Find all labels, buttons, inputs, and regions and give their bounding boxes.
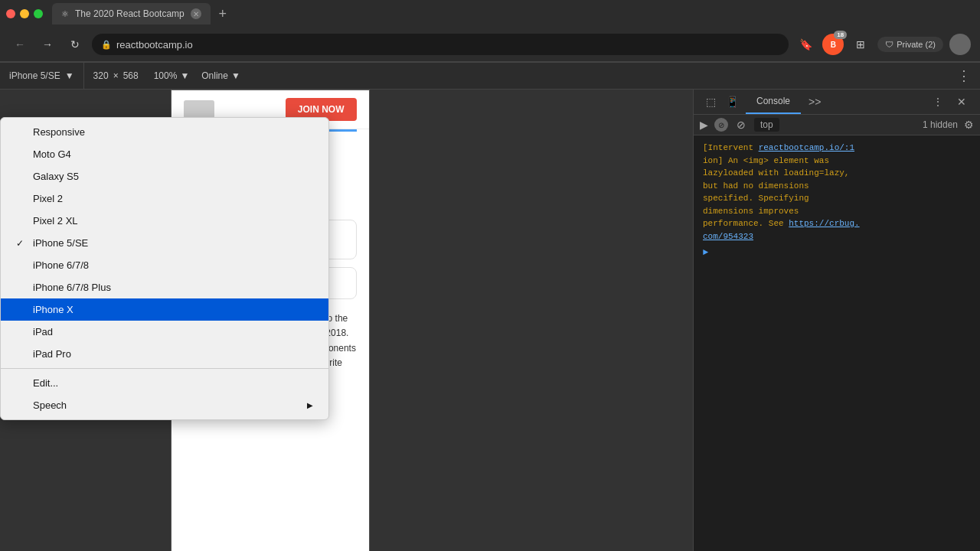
dropdown-label-iphone-5se: iPhone 5/SE (33, 237, 88, 249)
devtools-panel: ⬚ 📱 Console >> ⋮ ✕ ▶ ⊘ ⊘ top 1 hidden ⚙ … (693, 90, 980, 551)
console-hidden-count: 1 hidden (923, 119, 958, 130)
zoom-value: 100% (154, 70, 178, 81)
toolbar-more-button[interactable]: ⋮ (948, 67, 980, 84)
online-chevron: ▼ (231, 70, 240, 81)
dropdown-label-responsive: Responsive (33, 126, 85, 138)
maximize-window-button[interactable] (34, 9, 43, 18)
dropdown-item-galaxy-s5[interactable]: Galaxy S5 (1, 165, 328, 187)
preview-area: JOIN NOW ct Hooks The best way to build … (0, 90, 693, 551)
console-message-1: [Intervent reactbootcamp.io/:1 ion] An <… (703, 142, 971, 243)
dropdown-label-pixel-2-xl: Pixel 2 XL (33, 215, 78, 227)
traffic-lights (6, 9, 43, 18)
minimize-window-button[interactable] (20, 9, 29, 18)
dropdown-divider (1, 368, 328, 369)
device-name: iPhone 5/SE (9, 70, 60, 81)
zoom-chevron: ▼ (180, 70, 189, 81)
devtools-toolbar: iPhone 5/SE ▼ 320 × 568 100% ▼ Online ▼ … (0, 62, 980, 90)
dropdown-item-pixel-2-xl[interactable]: Pixel 2 XL (1, 210, 328, 232)
lock-icon: 🔒 (101, 40, 112, 50)
nav-right-actions: 🔖 B 18 ⊞ 🛡 Private (2) (795, 34, 971, 55)
console-context-selector[interactable]: top (754, 118, 779, 132)
width-value[interactable]: 320 (93, 70, 109, 81)
brave-icon[interactable]: B 18 (822, 34, 844, 55)
dropdown-label-moto-g4: Moto G4 (33, 148, 71, 160)
console-filter-button[interactable]: ⊘ (734, 118, 748, 132)
bookmark-button[interactable]: 🔖 (795, 34, 816, 55)
console-clear-button[interactable]: ⊘ (714, 118, 728, 132)
dropdown-label-speech: Speech (33, 399, 67, 411)
close-window-button[interactable] (6, 9, 15, 18)
inspect-element-button[interactable]: ⬚ (700, 91, 721, 112)
back-button[interactable]: ← (9, 34, 31, 55)
devtools-tabs: ⬚ 📱 Console >> ⋮ ✕ (694, 90, 980, 115)
dropdown-item-iphone-678[interactable]: iPhone 6/7/8 (1, 254, 328, 276)
new-tab-button[interactable]: + (214, 5, 232, 23)
online-value: Online (201, 70, 228, 81)
device-dropdown-menu: Responsive Moto G4 Galaxy S5 Pixel 2 Pix… (0, 117, 329, 420)
tab-close-button[interactable]: ✕ (191, 8, 201, 19)
extensions-button[interactable]: ⊞ (850, 34, 871, 55)
dropdown-item-edit[interactable]: Edit... (1, 372, 328, 394)
console-tab[interactable]: Console (746, 90, 801, 114)
forward-button[interactable]: → (37, 34, 58, 55)
device-selector-chevron: ▼ (65, 70, 74, 81)
dimension-display: 320 × 568 (84, 70, 148, 81)
dropdown-item-responsive[interactable]: Responsive (1, 121, 328, 143)
dropdown-label-edit: Edit... (33, 377, 58, 389)
dropdown-label-iphone-678-plus: iPhone 6/7/8 Plus (33, 282, 111, 293)
dropdown-item-iphone-5se[interactable]: ✓ iPhone 5/SE (1, 232, 328, 254)
dropdown-label-ipad-pro: iPad Pro (33, 348, 71, 360)
site-logo-placeholder (184, 100, 214, 119)
console-content: [Intervent reactbootcamp.io/:1 ion] An <… (694, 135, 980, 551)
dropdown-item-speech[interactable]: Speech ▶ (1, 394, 328, 416)
console-settings-button[interactable]: ⚙ (964, 119, 974, 131)
dropdown-item-iphone-x[interactable]: iPhone X (1, 298, 328, 321)
shield-icon: 🛡 (885, 40, 893, 49)
dropdown-label-galaxy-s5: Galaxy S5 (33, 171, 79, 182)
tab-bar: ⚛ The 2020 React Bootcamp ✕ + (0, 0, 980, 28)
device-selector[interactable]: iPhone 5/SE ▼ (0, 63, 84, 89)
speech-submenu-arrow: ▶ (307, 401, 313, 409)
device-mode-button[interactable]: 📱 (721, 91, 743, 112)
devtools-options-button[interactable]: ⋮ (926, 90, 949, 114)
height-value[interactable]: 568 (123, 70, 139, 81)
address-text: reactbootcamp.io (116, 39, 193, 51)
online-selector[interactable]: Online ▼ (195, 70, 247, 81)
console-sub-toolbar: ▶ ⊘ ⊘ top 1 hidden ⚙ (694, 115, 980, 135)
profile-icon[interactable] (949, 34, 971, 55)
main-area: JOIN NOW ct Hooks The best way to build … (0, 90, 980, 551)
dropdown-item-ipad-pro[interactable]: iPad Pro (1, 343, 328, 365)
console-chevron[interactable]: ► (703, 247, 971, 258)
dropdown-item-pixel-2[interactable]: Pixel 2 (1, 187, 328, 210)
dropdown-item-moto-g4[interactable]: Moto G4 (1, 143, 328, 165)
browser-tab[interactable]: ⚛ The 2020 React Bootcamp ✕ (52, 3, 211, 24)
checkmark-iphone-5se: ✓ (16, 238, 27, 249)
browser-chrome: ⚛ The 2020 React Bootcamp ✕ + ← → ↻ 🔒 re… (0, 0, 980, 62)
play-icon: ▶ (700, 119, 708, 131)
private-mode-button[interactable]: 🛡 Private (2) (877, 37, 943, 52)
intervent-text: [Intervent reactbootcamp.io/:1 ion] An <… (703, 143, 860, 241)
dimension-separator: × (113, 70, 119, 81)
dropdown-label-iphone-678: iPhone 6/7/8 (33, 259, 89, 271)
console-link-1[interactable]: reactbootcamp.io/:1 (759, 143, 854, 152)
devtools-tab-more[interactable]: >> (801, 90, 828, 114)
dropdown-label-ipad: iPad (33, 326, 53, 337)
dropdown-item-ipad[interactable]: iPad (1, 321, 328, 343)
private-label: Private (2) (897, 40, 936, 49)
tab-title: The 2020 React Bootcamp (75, 8, 185, 19)
nav-bar: ← → ↻ 🔒 reactbootcamp.io 🔖 B 18 ⊞ 🛡 Priv… (0, 28, 980, 61)
devtools-close-button[interactable]: ✕ (949, 90, 974, 114)
console-link-2[interactable]: https://crbug.com/954323 (703, 219, 860, 241)
dropdown-label-pixel-2: Pixel 2 (33, 193, 63, 204)
dropdown-item-iphone-678-plus[interactable]: iPhone 6/7/8 Plus (1, 276, 328, 298)
brave-badge: 18 (834, 31, 847, 39)
reload-button[interactable]: ↻ (64, 34, 86, 55)
tab-favicon: ⚛ (61, 9, 69, 19)
address-bar[interactable]: 🔒 reactbootcamp.io (92, 34, 789, 55)
zoom-selector[interactable]: 100% ▼ (148, 70, 196, 81)
dropdown-label-iphone-x: iPhone X (33, 304, 74, 315)
